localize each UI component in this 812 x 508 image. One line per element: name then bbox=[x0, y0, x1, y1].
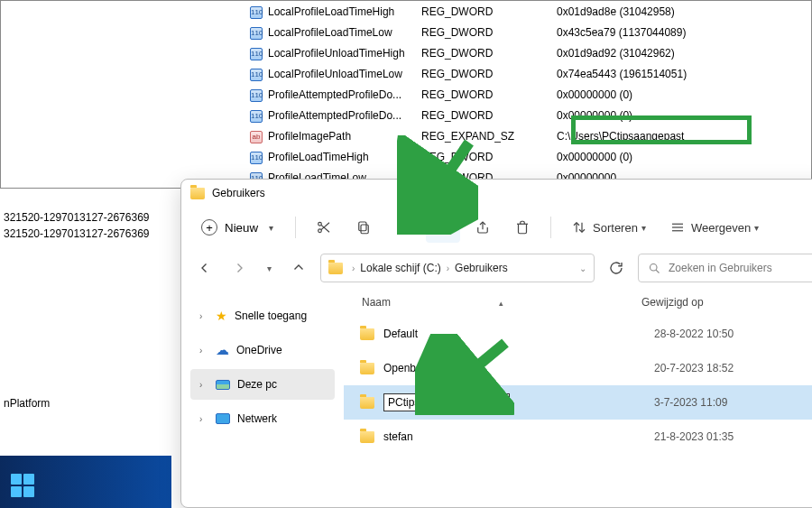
registry-value-row[interactable]: 110LocalProfileUnloadTimeLowREG_DWORD0x7… bbox=[245, 63, 811, 84]
recent-button[interactable]: ▾ bbox=[261, 255, 277, 281]
chevron-right-icon: › bbox=[447, 263, 449, 273]
reg-sz-icon: ab bbox=[250, 131, 263, 143]
copy-button[interactable] bbox=[346, 212, 381, 243]
chevron-down-icon[interactable]: ⌄ bbox=[579, 263, 586, 273]
rename-icon bbox=[435, 219, 451, 236]
reg-value-name: LocalProfileLoadTimeHigh bbox=[268, 5, 421, 18]
search-icon bbox=[648, 262, 661, 275]
windows-start-icon[interactable] bbox=[11, 474, 34, 497]
share-button[interactable] bbox=[466, 212, 500, 243]
new-label: Nieuw bbox=[225, 221, 258, 235]
chevron-right-icon: › bbox=[199, 346, 208, 356]
window-title: Gebruikers bbox=[212, 187, 265, 199]
svg-rect-8 bbox=[437, 224, 442, 231]
registry-tree-fragment: 321520-1297013127-2676369321520-12970131… bbox=[0, 208, 153, 244]
arrow-left-icon bbox=[197, 260, 213, 276]
nav-this-pc[interactable]: › Deze pc bbox=[190, 369, 335, 400]
folder-name: stefan bbox=[383, 430, 654, 443]
chevron-down-icon: ▾ bbox=[269, 223, 273, 233]
folder-name: Default bbox=[383, 328, 654, 340]
registry-value-row[interactable]: 110ProfileAttemptedProfileDo...REG_DWORD… bbox=[245, 105, 811, 125]
copy-icon bbox=[355, 219, 372, 236]
file-explorer-window: Gebruikers + Nieuw ▾ Sorteren bbox=[180, 179, 812, 508]
folder-icon bbox=[360, 431, 374, 443]
folder-row[interactable]: 3-7-2023 11:09 bbox=[344, 385, 812, 420]
separator bbox=[550, 217, 551, 238]
chevron-right-icon: › bbox=[199, 414, 208, 424]
svg-rect-9 bbox=[444, 224, 449, 231]
view-label: Weergeven bbox=[691, 221, 751, 235]
registry-tree-item[interactable]: nPlatform bbox=[0, 395, 53, 411]
folder-date: 28-8-2022 10:50 bbox=[654, 328, 734, 340]
registry-tree-item[interactable]: 321520-1297013127-2676369 bbox=[0, 209, 153, 226]
registry-tree-item[interactable]: 321520-1297013127-2676369 bbox=[0, 226, 153, 242]
reg-dword-icon: 110 bbox=[250, 48, 263, 60]
reg-value-type: REG_EXPAND_SZ bbox=[421, 130, 557, 143]
folder-date: 21-8-2023 01:35 bbox=[654, 430, 734, 443]
col-name-header[interactable]: Naam bbox=[362, 296, 391, 309]
folder-icon bbox=[190, 188, 205, 199]
list-view-icon bbox=[669, 219, 686, 236]
reg-value-data: 0x00000000 (0) bbox=[557, 109, 807, 122]
nav-quick-access[interactable]: › ★ Snelle toegang bbox=[190, 300, 335, 331]
folder-row[interactable]: Default28-8-2022 10:50 bbox=[344, 317, 812, 351]
separator bbox=[295, 217, 296, 238]
registry-value-row[interactable]: 110LocalProfileLoadTimeLowREG_DWORD0x43c… bbox=[245, 22, 811, 42]
paste-button[interactable] bbox=[386, 212, 420, 243]
refresh-icon bbox=[608, 260, 624, 276]
rename-button[interactable] bbox=[426, 212, 460, 243]
column-headers[interactable]: Naam▴ Gewijzigd op bbox=[344, 288, 812, 317]
delete-button[interactable] bbox=[505, 212, 540, 243]
reg-value-name: LocalProfileUnloadTimeHigh bbox=[268, 47, 421, 60]
folder-row[interactable]: Openbaar20-7-2023 18:52 bbox=[344, 351, 812, 385]
reg-value-type: REG_DWORD bbox=[421, 47, 557, 60]
breadcrumb-bar[interactable]: › Lokale schijf (C:) › Gebruikers ⌄ bbox=[320, 254, 595, 282]
reg-value-name: LocalProfileUnloadTimeLow bbox=[268, 68, 421, 80]
reg-value-data: 0x74ea5443 (1961514051) bbox=[557, 68, 807, 80]
registry-value-row[interactable]: 110LocalProfileLoadTimeHighREG_DWORD0x01… bbox=[245, 1, 811, 22]
star-icon: ★ bbox=[216, 309, 227, 323]
monitor-icon bbox=[216, 380, 230, 390]
registry-value-row[interactable]: abProfileImagePathREG_EXPAND_SZC:\Users\… bbox=[245, 125, 811, 146]
registry-value-row[interactable]: 110ProfileLoadTimeHighREG_DWORD0x0000000… bbox=[245, 146, 811, 167]
forward-button[interactable] bbox=[226, 255, 252, 281]
chevron-down-icon: ▾ bbox=[754, 223, 759, 233]
registry-value-row[interactable]: 110ProfileAttemptedProfileDo...REG_DWORD… bbox=[245, 84, 811, 105]
cut-button[interactable] bbox=[307, 212, 341, 243]
svg-rect-5 bbox=[359, 222, 366, 231]
breadcrumb-drive[interactable]: Lokale schijf (C:) bbox=[360, 262, 440, 274]
nav-network[interactable]: › Netwerk bbox=[190, 403, 335, 434]
reg-value-name: ProfileImagePath bbox=[268, 130, 421, 143]
reg-value-data: 0x00000000 (0) bbox=[557, 151, 807, 163]
chevron-right-icon: › bbox=[199, 311, 208, 321]
view-button[interactable]: Weergeven ▾ bbox=[660, 212, 768, 243]
registry-editor-window: 110LocalProfileLoadTimeHighREG_DWORD0x01… bbox=[0, 0, 812, 189]
rename-input[interactable] bbox=[383, 393, 510, 411]
search-placeholder: Zoeken in Gebruikers bbox=[669, 262, 772, 274]
new-button[interactable]: + Nieuw ▾ bbox=[190, 212, 284, 243]
address-bar-row: ▾ › Lokale schijf (C:) › Gebruikers ⌄ Zo… bbox=[181, 248, 812, 288]
up-button[interactable] bbox=[286, 255, 311, 281]
chevron-right-icon: › bbox=[352, 263, 355, 273]
nav-onedrive[interactable]: › ☁ OneDrive bbox=[190, 335, 335, 365]
reg-value-type: REG_DWORD bbox=[421, 151, 557, 163]
back-button[interactable] bbox=[192, 255, 217, 281]
reg-dword-icon: 110 bbox=[250, 110, 263, 123]
registry-value-row[interactable]: 110LocalProfileUnloadTimeHighREG_DWORD0x… bbox=[245, 42, 811, 63]
explorer-titlebar[interactable]: Gebruikers bbox=[181, 180, 812, 207]
nav-label: OneDrive bbox=[236, 344, 282, 356]
svg-point-0 bbox=[318, 222, 322, 226]
sort-button[interactable]: Sorteren ▾ bbox=[562, 212, 655, 243]
taskbar[interactable] bbox=[0, 463, 171, 508]
reg-value-data: 0x43c5ea79 (1137044089) bbox=[557, 26, 807, 39]
nav-label: Deze pc bbox=[237, 378, 277, 391]
reg-value-type: REG_DWORD bbox=[421, 109, 557, 122]
col-date-header[interactable]: Gewijzigd op bbox=[641, 296, 704, 309]
trash-icon bbox=[514, 219, 531, 236]
folder-row[interactable]: stefan21-8-2023 01:35 bbox=[344, 420, 812, 454]
search-input[interactable]: Zoeken in Gebruikers bbox=[638, 254, 812, 282]
breadcrumb-folder[interactable]: Gebruikers bbox=[455, 262, 508, 274]
reg-dword-icon: 110 bbox=[250, 6, 263, 19]
refresh-button[interactable] bbox=[604, 255, 629, 281]
sort-asc-icon: ▴ bbox=[499, 299, 503, 308]
